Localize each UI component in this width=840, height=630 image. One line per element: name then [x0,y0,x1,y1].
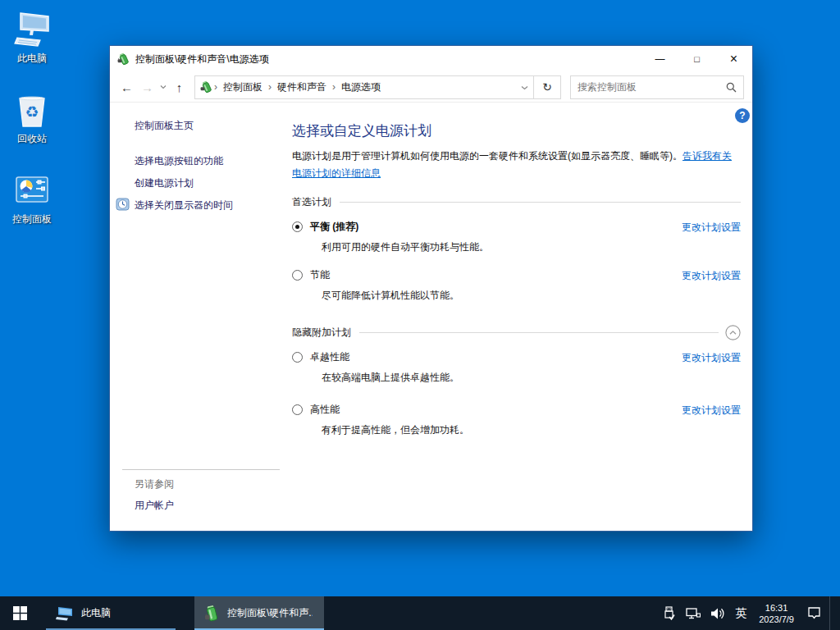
desktop-icon-this-pc[interactable]: 此电脑 [0,10,64,66]
up-icon[interactable]: ↑ [169,76,189,98]
section-title: 首选计划 [292,195,331,209]
main-pane: ? 选择或自定义电源计划 电源计划是用于管理计算机如何使用电源的一套硬件和系统设… [292,103,752,531]
show-desktop-divider [829,596,830,630]
plan-label[interactable]: 卓越性能 [310,350,349,364]
taskbar: 此电脑 控制面板\硬件和声... [0,596,840,630]
recycle-bin-icon: ♻ [12,90,52,130]
sidebar-item-control-panel-home[interactable]: 控制面板主页 [110,115,292,137]
section-hidden-plans: 隐藏附加计划 [292,325,741,340]
plan-label[interactable]: 高性能 [310,403,340,417]
taskbar-item-this-pc[interactable]: 此电脑 [46,596,176,630]
sidebar: 控制面板主页 选择电源按钮的功能 创建电源计划 选择关闭显示器的时间 另请参阅 … [110,103,292,531]
help-icon[interactable]: ? [735,108,750,123]
section-title: 隐藏附加计划 [292,326,351,340]
radio-high-performance[interactable] [292,404,303,415]
power-options-icon [117,52,130,66]
section-rule [359,332,719,333]
network-icon[interactable] [681,596,705,630]
sidebar-item-user-accounts[interactable]: 用户帐户 [135,499,174,513]
section-rule [340,202,741,203]
radio-power-saver[interactable] [292,270,303,281]
usb-icon[interactable] [656,596,681,630]
power-options-window: 控制面板\硬件和声音\电源选项 — □ × ← → ↑ › 控制面板 › 硬件和… [109,45,753,532]
desktop-icon-label: 回收站 [0,132,64,146]
history-chevron-down-icon[interactable] [158,76,169,98]
plan-row-balanced: 平衡 (推荐) 利用可用的硬件自动平衡功耗与性能。 更改计划设置 [292,220,741,254]
sidebar-item-label: 选择关闭显示器的时间 [135,199,233,211]
clock-icon [116,197,130,211]
plan-row-ultimate-performance: 卓越性能 在较高端电脑上提供卓越性能。 更改计划设置 [292,350,741,385]
volume-icon[interactable] [705,596,730,630]
collapse-chevron-up-icon[interactable] [725,325,741,340]
plan-description: 尽可能降低计算机性能以节能。 [322,289,459,303]
refresh-icon[interactable]: ↻ [534,75,561,99]
this-pc-icon [56,605,74,622]
plan-description: 利用可用的硬件自动平衡功耗与性能。 [322,240,489,254]
taskbar-item-label: 控制面板\硬件和声... [227,606,313,620]
radio-ultimate-performance[interactable] [292,352,303,363]
desktop-icon-recycle-bin[interactable]: ♻ 回收站 [0,90,64,146]
window-title: 控制面板\硬件和声音\电源选项 [135,52,641,66]
see-also-divider [122,469,280,470]
plan-label[interactable]: 节能 [310,268,330,282]
desktop-icon-control-panel[interactable]: 控制面板 [0,171,64,226]
radio-balanced[interactable] [292,221,303,232]
plan-row-high-performance: 高性能 有利于提高性能，但会增加功耗。 更改计划设置 [292,403,741,437]
back-icon[interactable]: ← [116,76,137,98]
ime-indicator[interactable]: 英 [730,606,751,621]
minimize-button[interactable]: — [641,46,678,72]
taskbar-clock[interactable]: 16:31 2023/7/9 [751,602,801,625]
page-title: 选择或自定义电源计划 [292,121,741,140]
system-tray: 英 16:31 2023/7/9 [656,596,840,630]
desktop-icon-label: 控制面板 [0,212,64,226]
change-plan-settings-link[interactable]: 更改计划设置 [682,404,741,418]
window-content: 控制面板主页 选择电源按钮的功能 创建电源计划 选择关闭显示器的时间 另请参阅 … [110,103,752,531]
windows-logo-icon [13,606,27,620]
clock-date: 2023/7/9 [759,614,794,625]
change-plan-settings-link[interactable]: 更改计划设置 [682,269,741,283]
clock-time: 16:31 [759,602,794,614]
intro-description: 电源计划是用于管理计算机如何使用电源的一套硬件和系统设置(如显示器亮度、睡眠等)… [292,150,682,162]
intro-text: 电源计划是用于管理计算机如何使用电源的一套硬件和系统设置(如显示器亮度、睡眠等)… [292,148,741,182]
power-options-icon [200,80,213,94]
forward-icon: → [137,76,158,98]
address-bar[interactable]: › 控制面板 › 硬件和声音 › 电源选项 [194,75,534,99]
action-center-icon[interactable] [801,596,826,630]
see-also-heading: 另请参阅 [135,477,174,491]
plan-description: 有利于提高性能，但会增加功耗。 [322,423,469,437]
svg-text:♻: ♻ [25,103,39,121]
section-preferred-plans: 首选计划 [292,195,741,209]
plan-label[interactable]: 平衡 (推荐) [310,220,358,234]
change-plan-settings-link[interactable]: 更改计划设置 [682,351,741,365]
maximize-button[interactable]: □ [678,46,715,72]
taskbar-item-label: 此电脑 [81,606,111,620]
plan-description: 在较高端电脑上提供卓越性能。 [322,371,459,385]
this-pc-icon [12,10,52,49]
search-input[interactable] [578,81,726,93]
search-box[interactable] [570,75,744,99]
search-icon[interactable] [726,82,737,93]
navigation-bar: ← → ↑ › 控制面板 › 硬件和声音 › 电源选项 [110,72,752,103]
plan-row-power-saver: 节能 尽可能降低计算机性能以节能。 更改计划设置 [292,268,741,303]
change-plan-settings-link[interactable]: 更改计划设置 [682,221,741,235]
address-chevron-down-icon[interactable] [521,81,528,93]
desktop-icon-label: 此电脑 [0,52,64,66]
control-panel-icon [12,171,52,210]
sidebar-item-display-off-time[interactable]: 选择关闭显示器的时间 [110,194,292,217]
sidebar-item-create-plan[interactable]: 创建电源计划 [110,172,292,194]
breadcrumb-control-panel[interactable]: 控制面板 [218,80,267,94]
power-options-icon [204,605,220,623]
breadcrumb-hardware-sound[interactable]: 硬件和声音 [272,80,331,94]
close-button[interactable]: × [715,46,752,72]
sidebar-item-power-buttons[interactable]: 选择电源按钮的功能 [110,150,292,172]
taskbar-item-control-panel-power[interactable]: 控制面板\硬件和声... [194,596,324,630]
titlebar[interactable]: 控制面板\硬件和声音\电源选项 — □ × [110,46,752,72]
breadcrumb-power-options[interactable]: 电源选项 [336,80,386,94]
start-button[interactable] [0,596,39,630]
